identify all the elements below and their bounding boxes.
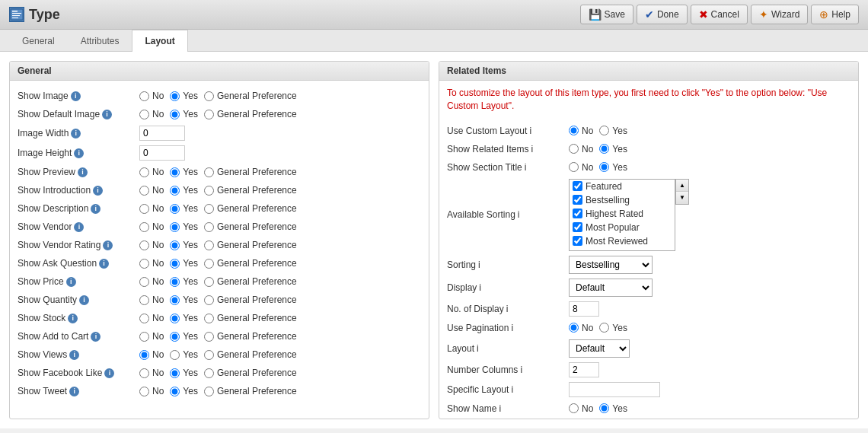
info-icon-show_vendor_rating[interactable]: i (103, 240, 113, 250)
general-row-show_ask_question: Show Ask Question iNoYesGeneral Preferen… (18, 254, 421, 272)
info-icon-related-specific_layout[interactable]: i (511, 384, 513, 395)
help-button[interactable]: ⊕ Help (811, 5, 859, 24)
tab-layout[interactable]: Layout (132, 30, 187, 52)
info-icon-show_preview[interactable]: i (78, 167, 88, 177)
related-form: Use Custom Layout iNoYesShow Related Ite… (439, 119, 858, 421)
related-row-use_pagination: Use Pagination iNoYes (447, 319, 850, 337)
input-no_of_display[interactable] (569, 301, 599, 317)
info-icon-related-display[interactable]: i (479, 282, 481, 293)
general-row-show_tweet: Show Tweet iNoYesGeneral Preference (18, 382, 421, 400)
info-icon-show_quantity[interactable]: i (79, 295, 89, 305)
info-icon-related-show_related_items[interactable]: i (531, 144, 533, 154)
info-icon-related-use_pagination[interactable]: i (511, 323, 513, 333)
done-icon: ✔ (645, 8, 654, 21)
info-icon-related-no_of_display[interactable]: i (506, 304, 509, 314)
general-row-image_height: Image Height i (18, 143, 421, 163)
controls-show_add_to_cart: NoYesGeneral Preference (139, 331, 297, 342)
wizard-button[interactable]: ✦ Wizard (751, 5, 808, 24)
info-icon-show_image[interactable]: i (71, 91, 81, 101)
info-icon-show_vendor[interactable]: i (74, 222, 84, 232)
related-row-show_name: Show Name iNoYes (447, 400, 850, 418)
tabs-bar: General Attributes Layout (0, 30, 868, 52)
info-icon-show_views[interactable]: i (69, 350, 79, 360)
related-controls-show_section_title: NoYes (569, 162, 627, 173)
save-button[interactable]: 💾 Save (580, 5, 633, 24)
input-specific_layout[interactable] (569, 382, 660, 397)
general-panel-header: General (10, 62, 429, 81)
label-show_price: Show Price i (18, 276, 139, 287)
input-image_height[interactable] (139, 145, 185, 161)
controls-image_width (139, 126, 185, 141)
svg-rect-3 (12, 15, 20, 16)
related-row-number_columns: Number Columns i (447, 360, 850, 380)
sorting-list[interactable]: FeaturedBestsellingHighest RatedMost Pop… (569, 179, 675, 251)
general-row-show_stock: Show Stock iNoYesGeneral Preference (18, 309, 421, 327)
input-number_columns[interactable] (569, 362, 599, 377)
controls-show_stock: NoYesGeneral Preference (139, 313, 297, 323)
related-row-no_of_display: No. of Display i (447, 299, 850, 319)
controls-show_tweet: NoYesGeneral Preference (139, 386, 297, 396)
related-label-use_pagination: Use Pagination i (447, 323, 569, 333)
info-icon-show_description[interactable]: i (91, 204, 101, 214)
controls-show_introduction: NoYesGeneral Preference (139, 185, 297, 196)
info-icon-related-sorting[interactable]: i (478, 259, 480, 270)
related-controls-show_name: NoYes (569, 403, 627, 414)
select-display[interactable]: Default (569, 279, 653, 297)
info-icon-related-available_sorting[interactable]: i (518, 209, 520, 220)
label-show_add_to_cart: Show Add to Cart i (18, 331, 139, 342)
info-icon-show_add_to_cart[interactable]: i (91, 332, 101, 342)
related-label-show_name: Show Name i (447, 403, 569, 414)
info-icon-show_default_image[interactable]: i (102, 110, 112, 119)
list-item[interactable]: Most Reviewed (570, 234, 675, 248)
svg-rect-2 (12, 13, 21, 14)
layout-select[interactable]: Default (569, 339, 630, 358)
info-icon-related-layout[interactable]: i (477, 343, 479, 354)
related-controls-display: Default (569, 279, 653, 297)
info-icon-related-show_section_title[interactable]: i (525, 162, 527, 173)
list-item[interactable]: Bestselling (570, 193, 675, 207)
tab-general[interactable]: General (9, 30, 68, 52)
info-icon-show_ask_question[interactable]: i (99, 259, 109, 269)
label-show_vendor_rating: Show Vendor Rating i (18, 240, 139, 250)
related-row-display: Display iDefault (447, 276, 850, 299)
info-icon-show_price[interactable]: i (66, 277, 76, 287)
info-icon-show_introduction[interactable]: i (93, 186, 103, 196)
related-controls-layout: Default (569, 339, 630, 358)
list-item[interactable]: Most Popular (570, 221, 675, 234)
related-label-specific_layout: Specific Layout i (447, 384, 569, 395)
general-row-show_price: Show Price iNoYesGeneral Preference (18, 272, 421, 291)
info-icon-show_facebook_like[interactable]: i (104, 368, 114, 378)
svg-rect-4 (12, 18, 18, 18)
select-sorting[interactable]: BestsellingFeaturedMost PopularHighest R… (569, 256, 653, 274)
tab-attributes[interactable]: Attributes (68, 30, 132, 52)
controls-show_quantity: NoYesGeneral Preference (139, 295, 297, 305)
layout-select-wrap: Default (569, 339, 630, 358)
general-row-show_add_to_cart: Show Add to Cart iNoYesGeneral Preferenc… (18, 327, 421, 345)
related-items-panel: Related Items To customize the layout of… (439, 61, 859, 419)
info-icon-related-show_name[interactable]: i (499, 403, 501, 414)
info-icon-image_width[interactable]: i (71, 129, 81, 138)
related-label-sorting: Sorting i (447, 259, 569, 270)
info-icon-image_height[interactable]: i (74, 148, 84, 158)
general-row-show_facebook_like: Show Facebook Like iNoYesGeneral Prefere… (18, 364, 421, 382)
info-icon-show_stock[interactable]: i (68, 314, 78, 323)
page-title-area: Type (9, 7, 60, 23)
list-item[interactable]: Highest Rated (570, 207, 675, 221)
info-icon-show_tweet[interactable]: i (69, 387, 79, 396)
controls-show_image: NoYesGeneral Preference (139, 91, 297, 101)
input-image_width[interactable] (139, 126, 185, 141)
done-button[interactable]: ✔ Done (637, 5, 688, 24)
list-item[interactable]: Featured (570, 180, 675, 193)
related-label-use_custom_layout: Use Custom Layout i (447, 126, 569, 136)
scroll-down-btn[interactable]: ▼ (676, 192, 688, 204)
related-label-no_of_display: No. of Display i (447, 304, 569, 314)
wizard-icon: ✦ (759, 8, 768, 21)
related-controls-specific_layout (569, 382, 660, 397)
label-show_quantity: Show Quantity i (18, 295, 139, 305)
related-row-show_section_title: Show Section Title iNoYes (447, 158, 850, 177)
scroll-up-btn[interactable]: ▲ (676, 180, 688, 192)
page-title: Type (29, 7, 60, 23)
cancel-button[interactable]: ✖ Cancel (691, 5, 748, 24)
info-icon-related-use_custom_layout[interactable]: i (529, 126, 531, 136)
info-icon-related-number_columns[interactable]: i (520, 365, 522, 375)
